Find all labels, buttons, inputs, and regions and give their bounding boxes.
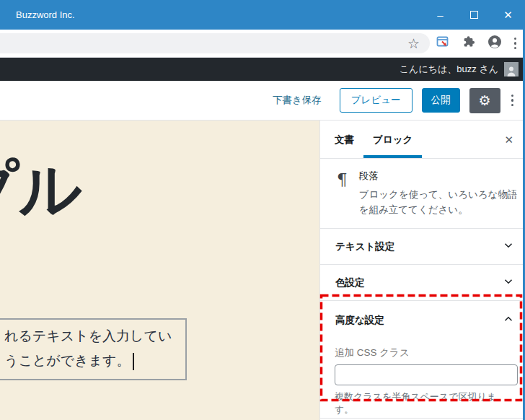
- app-window: Buzzword Inc. – ✕ ☆: [0, 0, 525, 420]
- editor-canvas[interactable]: プル れるテキストを入力してい うことができます。: [0, 121, 319, 420]
- preview-button[interactable]: プレビュー: [340, 88, 412, 113]
- chevron-down-icon: [502, 239, 515, 255]
- close-button[interactable]: ✕: [491, 0, 525, 30]
- post-title-heading[interactable]: プル: [0, 151, 82, 229]
- editor-more-menu-icon[interactable]: [511, 95, 514, 107]
- active-tab-underline: [363, 155, 422, 158]
- additional-css-class-input[interactable]: [335, 364, 518, 385]
- page-capture-extension-icon[interactable]: [436, 35, 450, 52]
- maximize-button[interactable]: [457, 0, 491, 30]
- gear-icon: ⚙: [478, 93, 490, 108]
- text-cursor: [133, 353, 134, 370]
- window-controls: – ✕: [423, 0, 525, 30]
- close-icon: ✕: [503, 9, 513, 22]
- selected-paragraph-block[interactable]: れるテキストを入力してい うことができます。: [0, 318, 187, 380]
- user-avatar[interactable]: [504, 62, 519, 76]
- panel-advanced-settings: 高度な設定 追加 CSS クラス 複数クラスを半角スペースで区切ります。: [320, 301, 525, 419]
- panel-color-settings[interactable]: 色設定: [320, 265, 525, 301]
- wp-admin-bar: こんにちは、buzz さん: [0, 58, 525, 81]
- editor-header: 下書き保存 プレビュー 公開 ⚙: [0, 81, 525, 121]
- css-class-label: 追加 CSS クラス: [335, 346, 515, 359]
- browser-menu-icon[interactable]: [514, 38, 517, 50]
- chevron-down-icon: [502, 275, 515, 291]
- window-title: Buzzword Inc.: [16, 9, 75, 20]
- browser-toolbar: ☆: [0, 30, 525, 58]
- paragraph-text-line: うことができます。: [4, 349, 185, 373]
- settings-sidebar: 文書 ブロック ✕ ¶ 段落 ブロックを使って、いろいろな物語を組み立ててくださ…: [319, 121, 525, 420]
- save-draft-button[interactable]: 下書き保存: [273, 94, 322, 107]
- paragraph-text-line: れるテキストを入力してい: [4, 324, 185, 349]
- minimize-icon: –: [437, 9, 443, 21]
- paragraph-block-icon: ¶: [337, 170, 348, 217]
- extensions-puzzle-icon[interactable]: [462, 35, 475, 51]
- admin-greeting[interactable]: こんにちは、buzz さん: [400, 63, 498, 76]
- browser-toolbar-icons: [436, 30, 517, 57]
- window-titlebar: Buzzword Inc. – ✕: [0, 0, 525, 30]
- css-class-help-text: 複数クラスを半角スペースで区切ります。: [335, 390, 515, 416]
- sidebar-tabs: 文書 ブロック ✕: [320, 121, 525, 159]
- publish-button[interactable]: 公開: [422, 88, 460, 113]
- chevron-up-icon: [502, 312, 515, 328]
- panel-advanced-header[interactable]: 高度な設定: [335, 312, 515, 328]
- settings-gear-button[interactable]: ⚙: [469, 88, 500, 113]
- block-info-card: ¶ 段落 ブロックを使って、いろいろな物語を組み立ててください。: [320, 159, 525, 229]
- tab-block[interactable]: ブロック: [373, 121, 412, 159]
- block-card-description: ブロックを使って、いろいろな物語を組み立ててください。: [359, 187, 518, 217]
- profile-avatar-icon[interactable]: [488, 35, 502, 52]
- panel-text-settings[interactable]: テキスト設定: [320, 229, 525, 265]
- minimize-button[interactable]: –: [423, 0, 457, 30]
- tab-document[interactable]: 文書: [335, 121, 354, 159]
- block-card-title: 段落: [359, 170, 518, 183]
- maximize-icon: [470, 11, 478, 19]
- bookmark-star-icon[interactable]: ☆: [407, 37, 420, 51]
- address-bar[interactable]: ☆: [0, 33, 430, 53]
- sidebar-close-button[interactable]: ✕: [504, 121, 513, 159]
